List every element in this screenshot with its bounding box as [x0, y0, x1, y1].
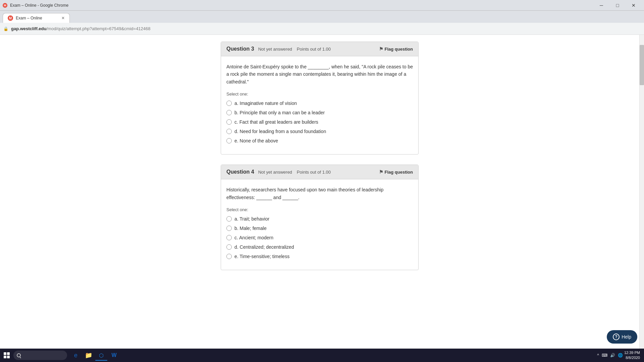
- help-button[interactable]: ? Help: [607, 330, 637, 344]
- q3-option-b[interactable]: b. Principle that only a man can be a le…: [226, 110, 413, 115]
- question-card-3: Question 3 Not yet answered Points out o…: [221, 42, 419, 155]
- q3-option-d[interactable]: d. Need for leading from a sound foundat…: [226, 129, 413, 134]
- question-3-status: Not yet answered: [258, 47, 292, 52]
- browser-favicon: M: [3, 3, 7, 8]
- tab-bar: M Exam – Online ✕: [0, 11, 644, 23]
- q4-label-b: b. Male; female: [234, 226, 267, 231]
- question-card-4: Question 4 Not yet answered Points out o…: [221, 165, 419, 270]
- question-3-meta: Not yet answered Points out of 1.00: [258, 47, 375, 52]
- q4-label-a: a. Trait; behavior: [234, 216, 269, 222]
- main-content: Question 3 Not yet answered Points out o…: [0, 35, 639, 361]
- maximize-button[interactable]: □: [610, 0, 625, 11]
- question-4-status: Not yet answered: [258, 170, 292, 175]
- q4-label-d: d. Centralized; decentralized: [234, 244, 294, 250]
- question-3-body: Antoine de Saint-Exupéry spoke to the __…: [221, 56, 418, 154]
- q4-option-a[interactable]: a. Trait; behavior: [226, 216, 413, 222]
- question-3-options: a. Imaginative nature of vision b. Princ…: [226, 101, 413, 143]
- q3-radio-b[interactable]: [226, 110, 232, 115]
- flag-icon-3: ⚑: [379, 46, 383, 52]
- scrollbar-track[interactable]: [639, 35, 644, 361]
- ie-icon: e: [74, 352, 77, 359]
- q4-option-e[interactable]: e. Time-sensitive; timeless: [226, 254, 413, 259]
- help-label: Help: [622, 334, 631, 340]
- address-bar: 🔒 gap.westcliff.edu/mod/quiz/attempt.php…: [0, 23, 644, 35]
- question-4-points: Points out of 1.00: [297, 170, 331, 175]
- q4-radio-e[interactable]: [226, 254, 232, 259]
- q3-label-d: d. Need for leading from a sound foundat…: [234, 129, 326, 134]
- question-4-meta: Not yet answered Points out of 1.00: [258, 170, 375, 175]
- q3-radio-e[interactable]: [226, 138, 232, 143]
- question-3-header: Question 3 Not yet answered Points out o…: [221, 42, 418, 56]
- address-domain: gap.westcliff.edu: [11, 26, 46, 31]
- lock-icon: 🔒: [3, 26, 8, 31]
- flag-icon-4: ⚑: [379, 169, 383, 175]
- titlebar-controls[interactable]: ─ □ ✕: [594, 0, 641, 11]
- taskbar-clock: 12:39 PM 8/8/2020: [624, 350, 640, 361]
- question-3-select-label: Select one:: [226, 92, 413, 97]
- q4-label-c: c. Ancient; modern: [234, 235, 273, 240]
- q3-label-a: a. Imaginative nature of vision: [234, 101, 297, 106]
- q3-radio-a[interactable]: [226, 101, 232, 106]
- browser-content: Question 3 Not yet answered Points out o…: [0, 35, 644, 361]
- q4-option-b[interactable]: b. Male; female: [226, 226, 413, 231]
- taskbar-file-app[interactable]: 📁: [83, 349, 95, 361]
- tray-icons: ^ ⌨ 🔊 🌐: [597, 353, 623, 358]
- scrollbar-thumb[interactable]: [640, 45, 644, 85]
- q3-option-c[interactable]: c. Fact that all great leaders are build…: [226, 119, 413, 125]
- taskbar-word-app[interactable]: W: [108, 349, 120, 361]
- taskbar-ie-app[interactable]: e: [70, 349, 82, 361]
- clock-date: 8/8/2020: [624, 355, 640, 360]
- q3-radio-d[interactable]: [226, 129, 232, 134]
- taskbar-apps: e 📁 ⬡ W: [70, 349, 120, 361]
- taskbar-edge-app[interactable]: ⬡: [95, 349, 107, 361]
- titlebar-title: Exam – Online - Google Chrome: [10, 3, 68, 8]
- search-icon: [17, 353, 21, 357]
- address-path: /mod/quiz/attempt.php?attempt=67549&cmid…: [46, 26, 150, 31]
- tray-network-icon[interactable]: 🌐: [618, 353, 623, 358]
- q4-label-e: e. Time-sensitive; timeless: [234, 254, 289, 259]
- tab-close-button[interactable]: ✕: [61, 16, 65, 20]
- flag-question-3-label: Flag question: [385, 47, 413, 52]
- active-tab[interactable]: M Exam – Online ✕: [3, 13, 70, 23]
- flag-question-4-button[interactable]: ⚑ Flag question: [379, 169, 413, 175]
- q3-option-e[interactable]: e. None of the above: [226, 138, 413, 143]
- windows-icon: [4, 352, 10, 358]
- flag-question-3-button[interactable]: ⚑ Flag question: [379, 46, 413, 52]
- question-4-select-label: Select one:: [226, 207, 413, 212]
- tray-speaker-icon[interactable]: 🔊: [610, 353, 615, 358]
- q3-option-a[interactable]: a. Imaginative nature of vision: [226, 101, 413, 106]
- question-4-options: a. Trait; behavior b. Male; female c. An…: [226, 216, 413, 259]
- q4-radio-c[interactable]: [226, 235, 232, 240]
- question-3-text: Antoine de Saint-Exupéry spoke to the __…: [226, 63, 413, 85]
- q4-radio-a[interactable]: [226, 216, 232, 222]
- q4-option-d[interactable]: d. Centralized; decentralized: [226, 244, 413, 250]
- taskbar-tray: ^ ⌨ 🔊 🌐 12:39 PM 8/8/2020: [597, 350, 643, 361]
- question-4-body: Historically, researchers have focused u…: [221, 179, 418, 270]
- active-indicator: [95, 360, 107, 361]
- titlebar: M Exam – Online - Google Chrome ─ □ ✕: [0, 0, 644, 11]
- question-4-text: Historically, researchers have focused u…: [226, 186, 413, 201]
- titlebar-left: M Exam – Online - Google Chrome: [3, 3, 68, 8]
- close-button[interactable]: ✕: [626, 0, 641, 11]
- start-button[interactable]: [1, 350, 12, 361]
- question-4-number: Question 4: [226, 169, 254, 175]
- flag-question-4-label: Flag question: [385, 170, 413, 175]
- clock-time: 12:39 PM: [624, 350, 640, 355]
- tab-label: Exam – Online: [16, 16, 42, 20]
- question-3-number: Question 3: [226, 46, 254, 52]
- address-text[interactable]: gap.westcliff.edu/mod/quiz/attempt.php?a…: [11, 26, 151, 31]
- minimize-button[interactable]: ─: [594, 0, 609, 11]
- q4-radio-b[interactable]: [226, 226, 232, 231]
- taskbar: e 📁 ⬡ W ^ ⌨ 🔊 🌐 12:39 PM 8/8/2020: [0, 349, 644, 361]
- q4-option-c[interactable]: c. Ancient; modern: [226, 235, 413, 240]
- help-circle-icon: ?: [613, 334, 620, 340]
- q3-label-b: b. Principle that only a man can be a le…: [234, 110, 325, 115]
- word-icon: W: [111, 352, 116, 358]
- q3-label-c: c. Fact that all great leaders are build…: [234, 119, 318, 125]
- edge-icon: ⬡: [99, 352, 104, 359]
- taskbar-search[interactable]: [13, 351, 67, 360]
- q4-radio-d[interactable]: [226, 244, 232, 250]
- tray-chevron-icon[interactable]: ^: [597, 353, 599, 358]
- question-3-points: Points out of 1.00: [297, 47, 331, 52]
- q3-radio-c[interactable]: [226, 119, 232, 125]
